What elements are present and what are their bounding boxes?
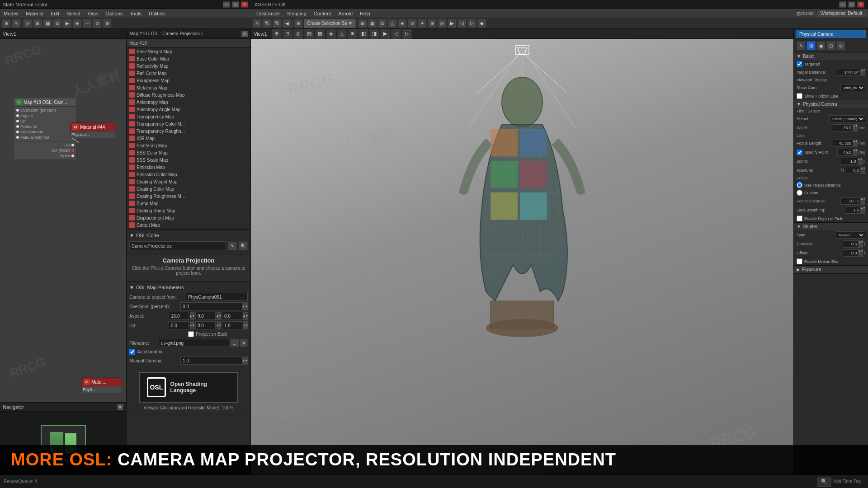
mat-diffuse-rough[interactable]: Diffuse Roughness Map [127,91,250,99]
aspect-x-input[interactable] [169,312,189,320]
vt-btn-4[interactable]: ▤ [304,29,314,39]
up-x-spin[interactable]: ▲▼ [190,321,194,329]
mat-metalness[interactable]: Metalness Map [127,84,250,91]
offset-input[interactable] [843,249,859,257]
up-z-spin[interactable]: ▲▼ [243,321,248,329]
workspace-btn[interactable]: Workspaces: Default [816,9,866,17]
mat-bump[interactable]: Bump Map [127,200,250,207]
vt-btn-2[interactable]: ⊡ [283,29,292,39]
autogamma-check[interactable] [129,349,135,355]
vt-btn-13[interactable]: ▷ [402,29,412,39]
use-target-radio[interactable] [797,182,802,188]
maximize-btn[interactable]: □ [232,1,239,8]
osl-code-header[interactable]: ▼ OSL Code [129,231,248,239]
aspect-x-spin[interactable]: ▲▼ [190,312,194,320]
mat-roughness[interactable]: Roughness Map [127,77,250,84]
main-tb-8[interactable]: ⊡ [378,19,387,28]
manual-gamma-spin[interactable]: ▲▼ [242,357,248,365]
custom-radio[interactable] [797,190,802,196]
tb-btn-11[interactable]: ⊕ [103,19,112,28]
physical-camera-item[interactable]: Physical Camera [796,30,866,38]
tb-btn-8[interactable]: ◈ [73,19,82,28]
main-tb-11[interactable]: ⊙ [408,19,417,28]
mat-cutout[interactable]: Cutout Map [127,221,250,229]
mat-scattering[interactable]: Scattering Map [127,142,250,149]
specify-fov-spin[interactable]: ▲▼ [853,149,858,156]
main-tb-13[interactable]: ⊕ [428,19,437,28]
minimize-btn[interactable]: ─ [223,1,230,8]
vt-btn-10[interactable]: ◨ [369,29,379,39]
mat-coating-bump[interactable]: Coating Bump Map [127,207,250,214]
camera-value-input[interactable] [186,293,248,301]
vt-btn-5[interactable]: ▦ [315,29,325,39]
motion-blur-check[interactable] [797,258,802,264]
close-btn[interactable]: ✕ [241,1,248,8]
main-tb-4[interactable]: ◀ [283,19,292,28]
menu-modes[interactable]: Modes [0,10,22,17]
mat-anisotropy[interactable]: Anisotropy Map [127,99,250,106]
mat-trans-rough[interactable]: Transparency Roughn... [127,127,250,135]
up-z-input[interactable] [222,321,242,329]
node-mat-bottom[interactable]: M Mater... PhySi... [81,377,122,393]
osl-search-btn[interactable]: 🔍 [239,241,248,250]
lens-breathing-spin[interactable]: ▲▼ [861,206,865,214]
up-x-input[interactable] [169,321,189,329]
mat-base-color[interactable]: Base Color Map [127,55,250,62]
mat-emission[interactable]: Emission Map [127,164,250,171]
mat-coating-weight[interactable]: Coating Weight Map [127,178,250,185]
mat-transparency[interactable]: Transparency Map [127,113,250,120]
osl-edit-btn[interactable]: ✎ [228,241,237,250]
up-y-input[interactable] [195,321,216,329]
menu-material[interactable]: Material [22,10,47,17]
create-selection-btn[interactable]: Create Selection Se ▼ [304,19,356,28]
zoom-input[interactable] [840,158,858,165]
main-tb-16[interactable]: ◁ [458,19,467,28]
duration-spin[interactable]: ▲▼ [859,240,863,248]
mat-refl-color[interactable]: Refl Color Map [127,70,250,77]
vt-btn-3[interactable]: ◎ [293,29,303,39]
filename-browse-btn[interactable]: ... [230,339,239,347]
phys-cam-section-header[interactable]: ▼ Physical Camera [794,100,868,108]
specify-fov-input[interactable] [837,149,853,156]
tb-btn-3[interactable]: ◎ [23,19,32,28]
main-tb-12[interactable]: ✦ [418,19,427,28]
rt-btn-3[interactable]: ◉ [816,41,826,50]
focus-dist-input[interactable] [840,197,861,205]
main-tb-2[interactable]: % [263,19,272,28]
tb-btn-9[interactable]: ↔ [83,19,92,28]
mat-aniso-angle[interactable]: Anisotropy Angle Map [127,106,250,113]
overscan-input[interactable] [180,302,242,310]
menu-edit[interactable]: Edit [47,10,63,17]
rt-btn-1[interactable]: ✎ [797,41,806,50]
node-map18[interactable]: M Map #18 OSL: Cam... OverScan (percent)… [14,98,77,160]
vt-btn-6[interactable]: ◈ [326,29,336,39]
targeted-check[interactable] [797,61,802,67]
osl-close-btn[interactable]: ✕ [241,31,248,37]
focus-length-spin[interactable]: ▲▼ [853,140,858,147]
menu-help[interactable]: Help [356,10,374,17]
main-tb-10[interactable]: ◈ [398,19,407,28]
tb-btn-4[interactable]: ⊞ [33,19,42,28]
mat-coating-color[interactable]: Coating Color Map [127,185,250,192]
preset-select[interactable]: 35mm ( Frame) [829,115,865,122]
offset-spin[interactable]: ▲▼ [859,249,863,257]
mat-trans-color[interactable]: Transparency Color M... [127,120,250,127]
project-on-back-check[interactable] [188,331,194,337]
exposure-section-header[interactable]: ▶ Exposure [794,266,868,273]
mat-reflectivity[interactable]: Reflectivity Map [127,62,250,70]
specify-fov-check[interactable] [797,150,802,155]
lens-breathing-input[interactable] [845,206,861,214]
mat-emission-color[interactable]: Emission Color Map [127,171,250,178]
vt-btn-9[interactable]: ◧ [359,29,368,39]
mat-base-weight[interactable]: Base Weight Map [127,48,250,55]
target-dist-input[interactable] [836,69,861,76]
menu-content[interactable]: Content [310,10,335,17]
mat-ior[interactable]: IOR Map [127,135,250,142]
filename-clear-btn[interactable]: ✕ [240,339,248,347]
vt-btn-7[interactable]: △ [337,29,347,39]
target-dist-spin[interactable]: ▲▼ [861,69,865,76]
shutter-type-select[interactable]: frames [836,231,865,239]
vt-btn-8[interactable]: ⊕ [348,29,358,39]
rt-btn-4[interactable]: ⊡ [826,41,835,50]
shutter-section-header[interactable]: ▼ Shutter [794,223,868,230]
